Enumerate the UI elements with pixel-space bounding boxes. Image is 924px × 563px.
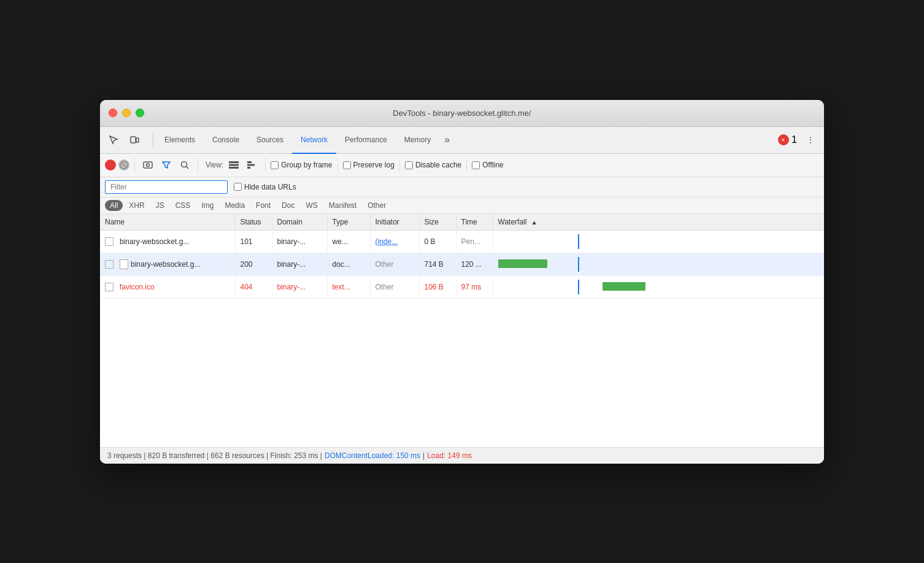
network-toolbar: View: Group by frame: [100, 154, 824, 177]
svg-rect-10: [229, 164, 239, 166]
offline-checkbox[interactable]: [472, 161, 480, 169]
more-options-button[interactable]: ⋮: [802, 131, 819, 148]
filter-button[interactable]: [158, 157, 174, 173]
type-filter-js[interactable]: JS: [151, 200, 169, 211]
hide-data-urls-label[interactable]: Hide data URLs: [234, 183, 296, 191]
row-checkbox-2[interactable]: [105, 283, 114, 291]
minimize-button[interactable]: [122, 109, 131, 117]
tab-performance[interactable]: Performance: [336, 127, 396, 154]
table-header: Name Status Domain Type Initiator: [100, 214, 824, 231]
view-label: View:: [206, 161, 223, 169]
type-filter-manifest[interactable]: Manifest: [324, 200, 361, 211]
maximize-button[interactable]: [136, 109, 144, 117]
cell-domain-1: binary-...: [272, 253, 327, 275]
filter-bar: Hide data URLs: [100, 177, 824, 197]
tab-divider-1: [153, 131, 153, 148]
svg-rect-13: [247, 164, 255, 166]
status-text: 3 requests | 820 B transferred | 662 B r…: [107, 451, 322, 460]
table-row[interactable]: favicon.ico 404 binary-... text...: [100, 275, 824, 298]
group-by-frame-checkbox[interactable]: [271, 161, 279, 169]
toolbar-divider-6: [466, 158, 467, 172]
tab-console[interactable]: Console: [204, 127, 248, 154]
cell-domain-0: binary-...: [272, 230, 327, 253]
type-filter-xhr[interactable]: XHR: [124, 200, 149, 211]
preserve-log-checkbox[interactable]: [343, 161, 351, 169]
table-empty-space: [100, 299, 824, 447]
svg-rect-1: [136, 138, 139, 142]
svg-line-8: [187, 167, 189, 169]
disable-cache-checkbox[interactable]: [405, 161, 413, 169]
type-filter-css[interactable]: CSS: [171, 200, 196, 211]
col-size[interactable]: Size: [419, 214, 456, 231]
group-by-frame-label[interactable]: Group by frame: [271, 161, 332, 169]
type-filter-all[interactable]: All: [105, 200, 123, 211]
disable-cache-label[interactable]: Disable cache: [405, 161, 461, 169]
load-label: Load: 149 ms: [427, 451, 472, 460]
inspect-element-button[interactable]: [105, 131, 122, 148]
cell-type-1: doc...: [327, 253, 370, 275]
waterfall-bar-1: [498, 259, 547, 268]
cell-name-0: binary-websocket.g...: [100, 230, 235, 253]
col-name[interactable]: Name: [100, 214, 235, 231]
toolbar-divider-2: [198, 158, 198, 172]
offline-label[interactable]: Offline: [472, 161, 503, 169]
table-row[interactable]: binary-websocket.g... 200 binary-... doc…: [100, 253, 824, 275]
svg-rect-5: [144, 162, 152, 168]
type-filter-font[interactable]: Font: [251, 200, 275, 211]
record-button[interactable]: [105, 159, 116, 170]
capture-screenshot-button[interactable]: [140, 157, 156, 173]
filter-input[interactable]: [105, 180, 228, 194]
type-filter-media[interactable]: Media: [220, 200, 250, 211]
tab-elements[interactable]: Elements: [156, 127, 204, 154]
close-button[interactable]: [109, 109, 117, 117]
svg-point-6: [147, 164, 150, 167]
cell-waterfall-2: [493, 275, 824, 298]
view-waterfall-button[interactable]: [244, 157, 260, 173]
row-checkbox-0[interactable]: [105, 237, 114, 246]
window-title: DevTools - binary-websocket.glitch.me/: [393, 109, 531, 118]
network-table-container: Name Status Domain Type Initiator: [100, 214, 824, 447]
error-badge: ✕: [778, 134, 789, 145]
hide-data-urls-checkbox[interactable]: [234, 183, 242, 191]
view-list-button[interactable]: [226, 157, 242, 173]
error-count: 1: [791, 134, 797, 145]
col-status[interactable]: Status: [235, 214, 272, 231]
col-type[interactable]: Type: [327, 214, 370, 231]
col-time[interactable]: Time: [456, 214, 493, 231]
cell-waterfall-1: [493, 253, 824, 275]
type-filter-bar: All XHR JS CSS Img Media Font Doc WS Man…: [100, 197, 824, 214]
cell-name-2: favicon.ico: [100, 275, 235, 298]
cell-size-0: 0 B: [419, 230, 456, 253]
type-filter-img[interactable]: Img: [196, 200, 218, 211]
devtools-panel: Elements Console Sources Network Perform…: [100, 127, 824, 464]
svg-rect-0: [131, 137, 136, 143]
cell-initiator-1: Other: [370, 253, 419, 275]
svg-rect-9: [229, 161, 239, 163]
svg-text:✕: ✕: [781, 137, 785, 143]
more-tabs-button[interactable]: »: [439, 134, 455, 145]
clear-button[interactable]: [118, 159, 129, 170]
tab-sources[interactable]: Sources: [248, 127, 292, 154]
toolbar-divider-3: [265, 158, 266, 172]
tab-memory[interactable]: Memory: [396, 127, 439, 154]
type-filter-other[interactable]: Other: [363, 200, 391, 211]
col-waterfall[interactable]: Waterfall ▲: [493, 214, 824, 231]
svg-point-7: [182, 162, 187, 167]
status-separator: |: [423, 451, 425, 460]
device-toolbar-button[interactable]: [126, 131, 143, 148]
preserve-log-label[interactable]: Preserve log: [343, 161, 395, 169]
file-icon-1: [120, 259, 128, 269]
tab-network[interactable]: Network: [292, 127, 336, 154]
type-filter-ws[interactable]: WS: [301, 200, 322, 211]
tab-icons: [105, 131, 143, 148]
waterfall-line-1: [578, 257, 579, 272]
col-domain[interactable]: Domain: [272, 214, 327, 231]
search-button[interactable]: [177, 157, 193, 173]
row-checkbox-1[interactable]: [105, 260, 114, 269]
waterfall-line-2: [578, 280, 579, 294]
type-filter-doc[interactable]: Doc: [277, 200, 299, 211]
cell-domain-2: binary-...: [272, 275, 327, 298]
col-initiator[interactable]: Initiator: [370, 214, 419, 231]
toolbar-divider-4: [337, 158, 338, 172]
table-row[interactable]: binary-websocket.g... 101 binary-... we.…: [100, 230, 824, 253]
